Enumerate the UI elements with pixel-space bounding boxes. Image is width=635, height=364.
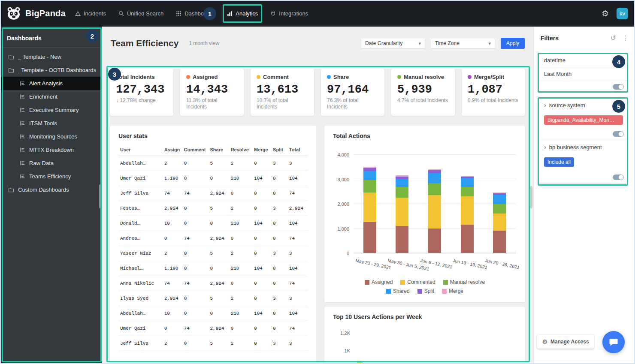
nav-item-dashboards[interactable]: Dashboards xyxy=(176,10,215,17)
kpi-title: Merge/Split xyxy=(468,74,519,80)
reset-filters-icon[interactable]: ↺ xyxy=(611,34,616,42)
datetime-filter: datetime Last Month xyxy=(538,53,629,93)
apply-button[interactable]: Apply xyxy=(501,38,525,49)
legend-split[interactable]: Split xyxy=(417,288,434,294)
legend-merge[interactable]: Merge xyxy=(442,288,463,294)
stacked-bar-3[interactable] xyxy=(428,169,441,253)
table-row[interactable]: Donald…10002101040104 xyxy=(118,216,308,231)
table-row[interactable]: Anna Nikolic74742,92400074 xyxy=(118,276,308,291)
table-row[interactable]: Andrea…0742,92400074 xyxy=(118,231,308,246)
top10-partial-bar xyxy=(357,361,363,364)
legend-assigned[interactable]: Assigned xyxy=(365,279,393,285)
stacked-bar-1[interactable] xyxy=(363,167,376,253)
sidebar-item-template-ootb-dashboards[interactable]: _Template - OOTB Dashboards xyxy=(0,63,102,77)
stacked-bar-2[interactable] xyxy=(396,175,408,253)
sidebar-scrollbar[interactable] xyxy=(99,184,101,208)
business-segment-toggle[interactable] xyxy=(613,174,624,180)
table-row[interactable]: Umer Qazi0742,92400074 xyxy=(118,321,308,336)
nav-item-incidents[interactable]: Incidents xyxy=(75,10,106,17)
table-cell: Jeff Silva xyxy=(118,186,163,201)
main-content: Team Efficiency 1 month view Date Granul… xyxy=(102,27,533,364)
legend-commented[interactable]: Commented xyxy=(400,279,435,285)
business-segment-toggle-row xyxy=(539,171,628,183)
nav-item-label: Integrations xyxy=(279,10,308,17)
sidebar-item-custom-dashboards[interactable]: Custom Dashboards xyxy=(0,183,102,196)
source-system-chip[interactable]: Bigpanda_Availability_Mon… xyxy=(544,115,623,125)
column-header-comment: Comment xyxy=(182,144,209,156)
table-row[interactable]: Ilyas Syed2,924052033 xyxy=(118,291,308,306)
sidebar-item-template-new[interactable]: _ Template - New xyxy=(0,50,102,63)
time-zone-select[interactable]: Time Zone ▾ xyxy=(431,38,495,49)
datetime-toggle[interactable] xyxy=(613,84,624,90)
table-row[interactable]: Michael…1,190002101040104 xyxy=(118,261,308,276)
dashboards-sidebar: Dashboards _ Template - New_Template - O… xyxy=(0,27,102,364)
table-row[interactable]: Jeff Silva74742,92400074 xyxy=(118,186,308,201)
table-cell: 10 xyxy=(163,306,182,321)
filters-panel: Filters ↺ ⋮ datetime Last Month › source… xyxy=(533,27,635,364)
user-avatar[interactable]: kv xyxy=(617,8,628,19)
sidebar-item-raw-data[interactable]: Raw Data xyxy=(0,156,102,170)
kpi-dot-icon xyxy=(468,75,472,79)
kebab-menu-icon[interactable]: ⋮ xyxy=(622,34,629,42)
datetime-value[interactable]: Last Month xyxy=(539,67,628,81)
column-header-resolve: Resolve xyxy=(229,144,252,156)
business-segment-filter[interactable]: › bp business segment xyxy=(539,140,628,154)
manual-resolve-segment xyxy=(461,187,474,196)
table-row[interactable]: Yaseer Niaz2052033 xyxy=(118,246,308,261)
topnav-items: IncidentsUnified SearchDashboardsAnalyti… xyxy=(75,10,308,17)
chat-button[interactable] xyxy=(602,331,625,353)
sidebar-item-teams-efficiency[interactable]: Teams Efficiency xyxy=(0,170,102,183)
kpi-value: 14,343 xyxy=(186,83,238,96)
table-row[interactable]: Umer Qazi1,190002101040104 xyxy=(118,171,308,186)
table-cell: 104 xyxy=(252,171,271,186)
nav-item-analytics[interactable]: Analytics xyxy=(227,10,258,17)
x-axis-label: Jun 13 - 19, 2021 xyxy=(452,258,487,270)
page-title: Team Efficiency xyxy=(111,38,178,48)
kpi-card-manual-resolve: Manual resolve5,9394.7% of total Inciden… xyxy=(391,69,455,116)
sidebar-item-monitoring-sources[interactable]: Monitoring Sources xyxy=(0,130,102,143)
table-row[interactable]: Festus…2,924052032,924 xyxy=(118,201,308,216)
sidebar-item-mttx-breakdown[interactable]: MTTX Breakdown xyxy=(0,143,102,156)
y-tick-label: 0 xyxy=(347,251,349,256)
folder-icon xyxy=(8,54,14,60)
legend-shared[interactable]: Shared xyxy=(386,288,410,294)
table-cell: 3 xyxy=(287,246,308,261)
sidebar-item-enrichment[interactable]: Enrichment xyxy=(0,90,102,103)
date-granularity-select[interactable]: Date Granularity ▾ xyxy=(361,38,425,49)
assigned-segment xyxy=(396,226,408,253)
stacked-bar-4[interactable] xyxy=(461,176,474,253)
table-row[interactable]: Jeff Silva2052033 xyxy=(118,336,308,351)
manage-access-button[interactable]: ⚙ Manage Access xyxy=(537,335,594,349)
sidebar-item-executive-summary[interactable]: Executive Summary xyxy=(0,103,102,117)
main-scrollbar[interactable] xyxy=(530,186,532,208)
brand-name: BigPanda xyxy=(25,9,66,18)
business-segment-chip[interactable]: Include all xyxy=(544,157,574,167)
table-cell: 0 xyxy=(271,171,287,186)
table-row[interactable]: Abdullah…10002101040104 xyxy=(118,306,308,321)
business-segment-chip-row: Include all xyxy=(539,154,628,171)
table-cell: 5 xyxy=(208,246,229,261)
table-cell: Jeff Silva xyxy=(118,336,163,351)
nav-item-integrations[interactable]: Integrations xyxy=(270,10,308,17)
settings-gear-icon[interactable]: ⚙ xyxy=(602,9,609,18)
kpi-sub: 10.7% of total Incidents xyxy=(257,97,308,110)
stacked-bar-5[interactable] xyxy=(493,193,506,253)
user-stats-table: UserAssignCommentShareResolveMergeSplitT… xyxy=(118,144,308,351)
nav-item-unified-search[interactable]: Unified Search xyxy=(118,10,163,17)
table-cell: 2 xyxy=(163,246,182,261)
bigpanda-logo[interactable]: BigPanda xyxy=(0,6,66,21)
chart-legend: AssignedCommentedManual resolveSharedSpl… xyxy=(354,279,496,294)
source-system-toggle[interactable] xyxy=(613,131,624,137)
user-stats-panel: User stats UserAssignCommentShareResolve… xyxy=(110,126,316,364)
total-actions-chart: 4,0003,0002,0001,0000 May 23 - 29, 2021M… xyxy=(329,155,519,275)
datetime-toggle-row xyxy=(539,81,628,93)
sidebar-item-alert-analysis[interactable]: Alert Analysis xyxy=(0,77,102,90)
table-cell: 2 xyxy=(163,156,182,171)
kpi-label: Manual resolve xyxy=(404,74,444,80)
sidebar-item-itsm-tools[interactable]: ITSM Tools xyxy=(0,117,102,130)
table-cell: 2,924 xyxy=(208,231,229,246)
source-system-filter[interactable]: › source system xyxy=(539,98,628,112)
legend-manual-resolve[interactable]: Manual resolve xyxy=(443,279,485,285)
table-row[interactable]: Abdullah…2052033 xyxy=(118,156,308,171)
sidebar-item-label: Executive Summary xyxy=(29,107,79,113)
